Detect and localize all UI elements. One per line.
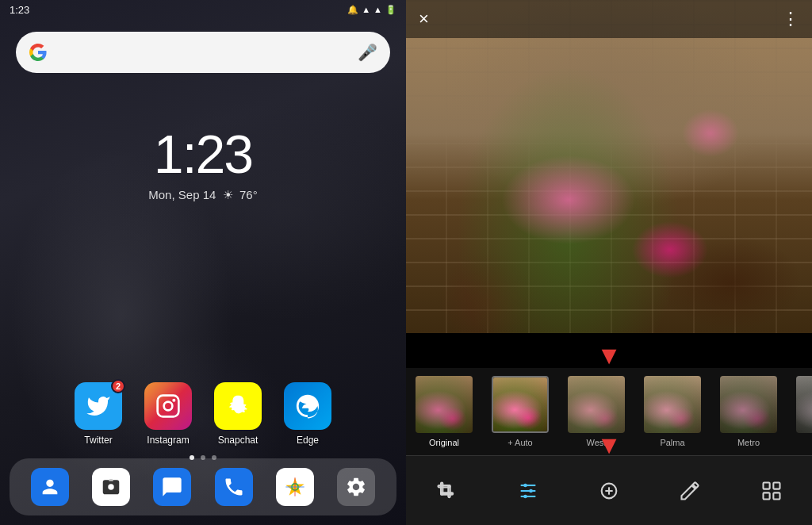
svg-rect-0 xyxy=(158,396,179,417)
svg-rect-21 xyxy=(763,492,769,499)
svg-rect-20 xyxy=(773,482,779,489)
instagram-icon xyxy=(144,382,192,430)
instagram-label: Instagram xyxy=(147,435,189,446)
edge-icon xyxy=(284,382,331,430)
svg-rect-19 xyxy=(763,482,769,489)
app-edge[interactable]: Edge xyxy=(284,382,331,446)
battery-icon: 🔋 xyxy=(385,5,396,15)
filter-thumb-metro xyxy=(720,376,777,433)
filter-auto[interactable]: + Auto xyxy=(482,370,558,454)
close-button[interactable]: × xyxy=(419,9,429,29)
app-twitter[interactable]: 2 Twitter xyxy=(75,382,122,446)
filter-eiffe[interactable]: Eiffe... xyxy=(787,370,812,454)
filter-thumb-auto xyxy=(492,376,549,433)
app-instagram[interactable]: Instagram xyxy=(144,382,192,446)
filter-metro[interactable]: Metro xyxy=(710,370,787,454)
filter-thumb-eiffe xyxy=(796,376,812,433)
markup-button[interactable] xyxy=(666,473,714,508)
flower-overlay xyxy=(406,0,812,333)
clock-date: Mon, Sep 14 ☀ 76° xyxy=(0,188,406,202)
home-screen: 1:23 🔔 ▲ ▲ 🔋 🎤 1:23 Mon, Sep 14 ☀ 76° xyxy=(0,0,406,525)
more-button[interactable] xyxy=(748,473,795,508)
google-logo-icon xyxy=(29,43,48,62)
healing-icon xyxy=(598,480,620,502)
photo-editor: × ⋮ ▼ Original + Auto West xyxy=(406,0,812,525)
markup-icon xyxy=(679,480,701,502)
healing-button[interactable] xyxy=(585,473,633,508)
svg-point-13 xyxy=(523,483,527,487)
photo-area xyxy=(406,0,812,333)
home-wallpaper xyxy=(0,0,406,525)
filter-palma[interactable]: Palma xyxy=(634,370,710,454)
status-time: 1:23 xyxy=(10,4,29,16)
signal-icon: ▲ xyxy=(373,5,382,14)
filter-thumb-west xyxy=(568,376,625,433)
app-snapchat[interactable]: Snapchat xyxy=(214,382,262,446)
status-icons: 🔔 ▲ ▲ 🔋 xyxy=(347,5,396,15)
dock-settings[interactable] xyxy=(337,468,375,506)
clock-time: 1:23 xyxy=(0,123,406,185)
adjust-button[interactable] xyxy=(504,473,552,508)
clock-widget: 1:23 Mon, Sep 14 ☀ 76° xyxy=(0,123,406,202)
editor-toolbar xyxy=(406,455,812,525)
svg-point-15 xyxy=(523,494,527,498)
dock-phone[interactable] xyxy=(215,468,253,506)
edge-label: Edge xyxy=(297,435,319,446)
svg-point-14 xyxy=(529,489,533,492)
svg-rect-22 xyxy=(773,492,779,499)
adjust-icon xyxy=(517,480,539,502)
dock-messages[interactable] xyxy=(153,468,191,506)
filter-thumb-palma xyxy=(644,376,701,433)
filter-label-metro: Metro xyxy=(737,438,760,447)
filter-label-palma: Palma xyxy=(660,438,684,447)
app-dock xyxy=(10,458,396,515)
more-options-button[interactable]: ⋮ xyxy=(782,9,799,29)
dock-photos[interactable] xyxy=(276,468,314,506)
filter-label-auto: + Auto xyxy=(508,438,533,447)
wifi-icon: ▲ xyxy=(362,5,370,14)
crop-icon xyxy=(435,480,458,502)
app-grid: 2 Twitter Instagram Snapchat xyxy=(0,382,406,446)
snapchat-icon xyxy=(214,382,262,430)
red-arrow-top: ▼ xyxy=(596,341,622,370)
crop-button[interactable] xyxy=(423,473,470,508)
filter-label-original: Original xyxy=(429,438,459,447)
svg-point-1 xyxy=(164,402,173,411)
snapchat-label: Snapchat xyxy=(218,435,259,446)
filter-original[interactable]: Original xyxy=(406,370,482,454)
svg-point-2 xyxy=(172,399,175,402)
twitter-label: Twitter xyxy=(84,435,112,446)
microphone-icon[interactable]: 🎤 xyxy=(358,43,377,62)
filter-thumb-original xyxy=(416,376,473,433)
editor-header: × ⋮ xyxy=(406,0,812,38)
notification-icon: 🔔 xyxy=(347,5,358,15)
dock-contacts[interactable] xyxy=(31,468,69,506)
google-search-bar[interactable]: 🎤 xyxy=(16,32,390,73)
twitter-badge: 2 xyxy=(111,379,125,393)
status-bar: 1:23 🔔 ▲ ▲ 🔋 xyxy=(0,0,406,19)
dock-camera[interactable] xyxy=(92,468,130,506)
grid-icon xyxy=(760,480,783,502)
